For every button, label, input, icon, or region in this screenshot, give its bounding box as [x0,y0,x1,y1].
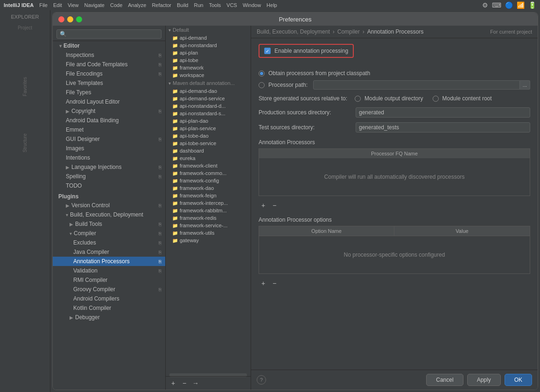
cancel-button[interactable]: Cancel [426,374,463,386]
menu-analyze[interactable]: Analyze [128,2,146,8]
tree-section-editor[interactable]: ▾ Editor [53,41,165,50]
remove-option-button[interactable]: − [270,279,279,288]
tree-item-emmet[interactable]: Emmet [53,125,165,134]
images-label: Images [66,145,84,152]
tree-item-file-types[interactable]: File Types [53,88,165,97]
menu-edit[interactable]: Edit [53,2,62,8]
tree-item-file-encodings[interactable]: File Encodings ⎘ [53,69,165,78]
menu-view[interactable]: View [68,2,79,8]
module-item-gateway[interactable]: 📁 gateway [166,237,251,244]
module-item-framework-config[interactable]: 📁 framework-config [166,177,251,184]
tree-item-lang-injections[interactable]: ▶ Language Injections ⎘ [53,162,165,172]
menu-refactor[interactable]: Refactor [152,2,171,8]
add-processor-button[interactable]: + [259,201,268,210]
menu-file[interactable]: File [39,2,48,8]
close-button[interactable] [58,16,64,22]
module-item-framework-dao[interactable]: 📁 framework-dao [166,184,251,192]
tree-item-build-tools[interactable]: ▶ Build Tools ⎘ [53,219,165,229]
apply-button[interactable]: Apply [467,374,501,386]
module-item-api-demand-service[interactable]: 📁 api-demand-service [166,95,251,102]
tree-item-spelling[interactable]: Spelling ⎘ [53,172,165,181]
ok-button[interactable]: OK [505,374,532,386]
module-item-framework-redis[interactable]: 📁 framework-redis [166,214,251,222]
menu-vcs[interactable]: VCS [226,2,237,8]
maximize-button[interactable] [76,16,82,22]
tree-item-rmi-compiler[interactable]: RMI Compiler [53,275,165,285]
processors-table-body: Compiler will run all automatically disc… [259,158,530,196]
menu-help[interactable]: Help [266,2,277,8]
module-item-eureka[interactable]: 📁 eureka [166,154,251,162]
tree-item-images[interactable]: Images [53,144,165,153]
menu-code[interactable]: Code [110,2,122,8]
tree-item-todo[interactable]: TODO [53,181,165,190]
module-item-api-nonstandard[interactable]: 📁 api-nonstandard [166,42,251,49]
module-item-api-plan-dao[interactable]: 📁 api-plan-dao [166,117,251,125]
tree-item-version-control[interactable]: ▶ Version Control ⎘ [53,201,165,210]
options-col2-header: Value [394,226,530,236]
module-item-framework-feign[interactable]: 📁 framework-feign [166,192,251,199]
menu-run[interactable]: Run [194,2,203,8]
help-button[interactable]: ? [257,375,266,385]
tree-item-build-exec[interactable]: ▾ Build, Execution, Deployment [53,210,165,219]
remove-module-button[interactable]: − [180,378,189,388]
module-item-api-plan-service[interactable]: 📁 api-plan-service [166,125,251,132]
search-input[interactable] [56,29,161,39]
tree-item-validation[interactable]: Validation ⎘ [53,266,165,275]
tree-item-annotation-processors[interactable]: Annotation Processors ⎘ [53,257,165,266]
radio-module-output[interactable] [355,96,361,102]
tree-item-inspections[interactable]: Inspections ⎘ [53,50,165,60]
menu-tools[interactable]: Tools [209,2,221,8]
module-item-dashboard[interactable]: 📁 dashboard [166,147,251,154]
module-item-api-tobe[interactable]: 📁 api-tobe [166,56,251,64]
module-item-framework-utils[interactable]: 📁 framework-utils [166,229,251,237]
module-item-api-demand[interactable]: 📁 api-demand [166,34,251,42]
tree-item-copyright[interactable]: ▶ Copyright ⎘ [53,106,165,116]
module-item-api-demand-dao[interactable]: 📁 api-demand-dao [166,87,251,95]
enable-annotation-checkbox[interactable]: ✓ [264,48,271,54]
tree-item-android-compilers[interactable]: Android Compilers [53,294,165,303]
minimize-button[interactable] [67,16,73,22]
module-item-framework-rabbit[interactable]: 📁 framework-rabbitm... [166,207,251,214]
module-item-framework[interactable]: 📁 framework [166,64,251,71]
test-input[interactable] [356,122,530,133]
folder-icon-16: 📁 [172,156,178,161]
menu-window[interactable]: Window [243,2,261,8]
module-item-api-nonstandard-s[interactable]: 📁 api-nonstandard-s... [166,110,251,117]
module-item-api-nonstandard-d[interactable]: 📁 api-nonstandard-d... [166,102,251,110]
group-header-default[interactable]: ▾ Default [166,26,251,34]
radio-module-content[interactable] [433,96,439,102]
tree-item-groovy-compiler[interactable]: Groovy Compiler ⎘ [53,285,165,294]
tree-item-android-data[interactable]: Android Data Binding [53,116,165,125]
remove-processor-button[interactable]: − [270,201,279,210]
module-item-framework-common[interactable]: 📁 framework-commo... [166,169,251,177]
module-item-framework-client[interactable]: 📁 framework-client [166,162,251,169]
tree-item-excludes[interactable]: Excludes ⎘ [53,238,165,247]
tree-item-java-compiler[interactable]: Java Compiler ⎘ [53,247,165,257]
processor-path-browse-button[interactable]: ... [520,80,530,90]
module-item-api-tobe-dao[interactable]: 📁 api-tobe-dao [166,132,251,140]
tree-item-compiler[interactable]: ▾ Compiler ⎘ [53,229,165,238]
tree-item-kotlin-compiler[interactable]: Kotlin Compiler [53,303,165,313]
group-header-maven[interactable]: ▾ Maven default annotation... [166,79,251,87]
menu-build[interactable]: Build [177,2,188,8]
radio-processor-path[interactable] [259,82,265,88]
tree-item-file-templates[interactable]: File and Code Templates ⎘ [53,60,165,69]
production-input[interactable] [356,107,530,118]
module-item-api-plan[interactable]: 📁 api-plan [166,49,251,56]
tree-item-gui-designer[interactable]: GUI Designer ⎘ [53,134,165,144]
tree-item-android-layout[interactable]: Android Layout Editor [53,97,165,106]
add-module-button[interactable]: + [168,378,178,388]
tree-item-intentions[interactable]: Intentions [53,153,165,162]
tree-item-live-templates[interactable]: Live Templates [53,78,165,88]
module-item-api-tobe-service[interactable]: 📁 api-tobe-service [166,140,251,147]
module-item-framework-intercep[interactable]: 📁 framework-intercep... [166,199,251,207]
add-option-button[interactable]: + [259,279,268,288]
next-module-button[interactable]: → [191,378,200,388]
menu-navigate[interactable]: Navigate [84,2,105,8]
module-item-framework-service[interactable]: 📁 framework-service-... [166,222,251,229]
module-item-workspace[interactable]: 📁 workspace [166,71,251,79]
processor-path-input[interactable] [313,80,520,90]
options-table: Option Name Value No processor-specific … [259,226,530,274]
radio-classpath[interactable] [259,70,265,77]
tree-item-debugger[interactable]: ▶ Debugger [53,313,165,322]
